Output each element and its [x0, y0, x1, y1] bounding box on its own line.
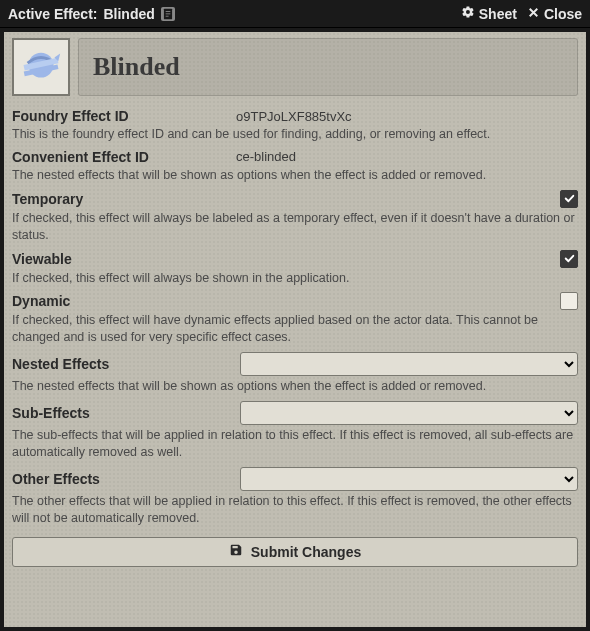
foundry-id-value: o9TPJoLXF885tvXc	[232, 109, 578, 124]
other-effects-select[interactable]	[240, 467, 578, 491]
viewable-hint: If checked, this effect will always be s…	[12, 270, 578, 287]
sub-effects-label: Sub-Effects	[12, 405, 232, 421]
window-title: Active Effect: Blinded	[8, 6, 461, 22]
effect-name: Blinded	[93, 52, 180, 82]
svg-rect-2	[165, 13, 170, 14]
sub-effects-hint: The sub-effects that will be applied in …	[12, 427, 578, 461]
check-icon	[563, 192, 576, 205]
foundry-id-label: Foundry Effect ID	[12, 108, 232, 124]
check-icon	[563, 252, 576, 265]
close-button[interactable]: Close	[527, 6, 582, 22]
convenient-id-hint: The nested effects that will be shown as…	[12, 167, 578, 184]
window-body: Blinded Foundry Effect ID o9TPJoLXF885tv…	[0, 28, 590, 631]
window-titlebar: Active Effect: Blinded Sheet Close	[0, 0, 590, 28]
gear-icon	[461, 5, 475, 22]
viewable-label: Viewable	[12, 251, 560, 267]
other-effects-label: Other Effects	[12, 471, 232, 487]
close-label: Close	[544, 6, 582, 22]
sheet-config-button[interactable]: Sheet	[461, 5, 517, 22]
close-icon	[527, 6, 540, 22]
temporary-hint: If checked, this effect will always be l…	[12, 210, 578, 244]
blinded-icon	[18, 43, 64, 91]
sub-effects-select[interactable]	[240, 401, 578, 425]
window-title-name: Blinded	[103, 6, 154, 22]
convenient-id-label: Convenient Effect ID	[12, 149, 232, 165]
save-icon	[229, 543, 243, 560]
convenient-id-value: ce-blinded	[232, 149, 578, 164]
sheet-config-label: Sheet	[479, 6, 517, 22]
submit-button[interactable]: Submit Changes	[12, 537, 578, 567]
svg-rect-1	[165, 11, 170, 12]
svg-rect-3	[165, 15, 168, 16]
other-effects-hint: The other effects that will be applied i…	[12, 493, 578, 527]
effect-name-box: Blinded	[78, 38, 578, 96]
nested-effects-hint: The nested effects that will be shown as…	[12, 378, 578, 395]
effect-icon[interactable]	[12, 38, 70, 96]
temporary-checkbox[interactable]	[560, 190, 578, 208]
document-id-icon[interactable]	[161, 7, 175, 21]
dynamic-hint: If checked, this effect will have dynami…	[12, 312, 578, 346]
viewable-checkbox[interactable]	[560, 250, 578, 268]
foundry-id-hint: This is the foundry effect ID and can be…	[12, 126, 578, 143]
active-effect-config-window: Active Effect: Blinded Sheet Close	[0, 0, 590, 631]
temporary-label: Temporary	[12, 191, 560, 207]
dynamic-label: Dynamic	[12, 293, 560, 309]
nested-effects-label: Nested Effects	[12, 356, 232, 372]
submit-label: Submit Changes	[251, 544, 361, 560]
nested-effects-select[interactable]	[240, 352, 578, 376]
dynamic-checkbox[interactable]	[560, 292, 578, 310]
window-title-prefix: Active Effect:	[8, 6, 97, 22]
